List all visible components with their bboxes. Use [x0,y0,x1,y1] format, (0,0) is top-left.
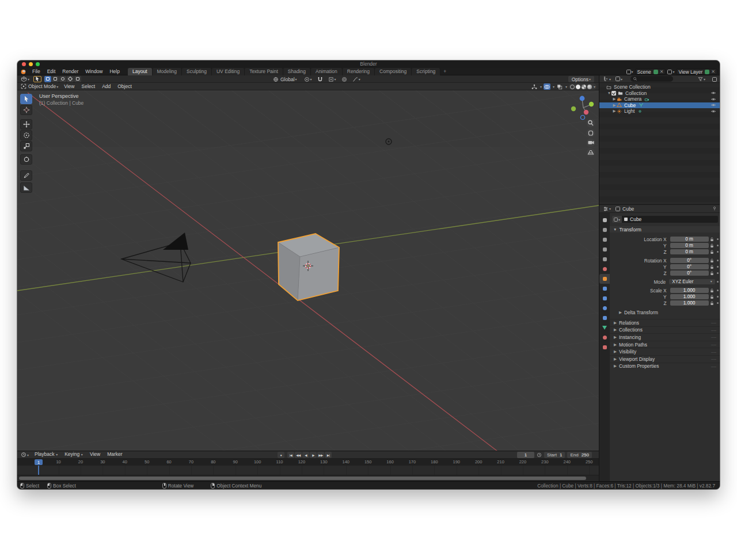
select-mode-box[interactable] [52,76,59,82]
shading-dropdown-icon[interactable]: ▾ [594,85,595,89]
gizmo-x-axis[interactable] [584,110,588,115]
annotate-tool[interactable] [20,170,32,181]
view-layer-selector[interactable]: View Layer ✕ [676,68,717,75]
object-browse-icon[interactable]: ▾ [612,216,622,223]
field-scale-x[interactable]: 1.000 [670,288,709,294]
scene-unlink-icon[interactable]: ✕ [660,69,664,74]
shading-solid-icon[interactable] [576,85,580,89]
new-collection-icon[interactable] [712,74,717,84]
record-icon[interactable]: ● [278,452,284,458]
tab-add-workspace[interactable]: + [440,68,449,75]
editor-type-timeline-icon[interactable]: ▾ [18,452,31,458]
light-object[interactable] [386,139,392,144]
show-overlays-icon[interactable] [544,83,550,90]
play-reverse-icon[interactable]: ◀ [302,452,309,458]
pin-icon[interactable] [712,206,717,211]
outliner-row-light[interactable]: ▶Light [599,108,720,115]
properties-tab-texture[interactable] [599,342,610,352]
lock-icon[interactable] [709,250,715,254]
proportional-editing-icon[interactable] [341,76,348,82]
blender-logo-icon[interactable] [20,68,26,75]
timeline-menu-keying[interactable]: Keying ▾ [61,451,86,459]
timeline-ruler[interactable]: 1 10203040506070809010011012013014015016… [17,459,599,466]
object-name-field[interactable]: Cube [622,216,718,223]
expander-icon[interactable]: ▶ [612,109,617,113]
field-y[interactable]: 0 m [670,243,709,249]
panel-collections[interactable]: ▶Collections–– [610,326,720,334]
viewport-menu-add[interactable]: Add [98,83,114,90]
gizmo-z-axis[interactable] [580,96,585,101]
snap-magnet-icon[interactable] [317,76,324,82]
visibility-eye-icon[interactable] [711,97,717,102]
timeline-menu-marker[interactable]: Marker [104,451,126,459]
visibility-eye-icon[interactable] [711,109,717,114]
properties-tab-object-data[interactable] [599,323,610,333]
tab-layout[interactable]: Layout [128,68,153,75]
transform-tool[interactable] [20,154,32,165]
frame-end-field[interactable]: End 250 [567,452,592,458]
scale-tool[interactable] [20,141,32,151]
next-keyframe-icon[interactable]: ▶▶ [317,452,324,458]
properties-tab-tool[interactable] [599,215,610,225]
viewport-canvas[interactable]: User Perspective (1) Collection | Cube [17,90,599,451]
lock-icon[interactable] [709,288,715,293]
playhead[interactable] [38,466,39,475]
current-frame-badge[interactable]: 1 [35,459,43,465]
properties-tab-object[interactable] [599,274,610,284]
filter-funnel-icon[interactable]: ▾ [696,76,708,82]
panel-relations[interactable]: ▶Relations–– [610,319,720,326]
panel-instancing[interactable]: ▶Instancing–– [610,333,720,341]
timeline-menu-view[interactable]: View [86,451,104,459]
timeline-scrollbar[interactable] [17,475,599,481]
lock-icon[interactable] [709,265,715,269]
editor-type-outliner-icon[interactable]: ▾ [601,76,613,82]
timeline-track[interactable] [17,466,599,475]
properties-tab-render[interactable] [599,225,610,235]
lock-icon[interactable] [709,237,715,242]
field-z[interactable]: 0 m [670,249,709,255]
tab-rendering[interactable]: Rendering [343,68,375,75]
tab-uv-editing[interactable]: UV Editing [212,68,245,75]
viewport-menu-object[interactable]: Object [114,83,135,90]
delta-transform-subpanel[interactable]: ▶ Delta Transform [610,309,720,315]
properties-tab-constraints[interactable] [599,313,610,323]
navigation-gizmo[interactable] [571,96,594,120]
rotate-tool[interactable] [20,130,32,140]
shading-wireframe-icon[interactable] [570,85,575,89]
options-dropdown[interactable]: Options ▾ [568,76,594,82]
mode-dropdown[interactable]: Object Mode ▾ [18,83,60,90]
zoom-icon[interactable] [587,119,595,128]
tab-shading[interactable]: Shading [283,68,311,75]
camera-view-icon[interactable] [587,139,595,147]
transform-orientation-dropdown[interactable]: Global ▾ [271,76,299,82]
select-box-tool[interactable] [20,94,32,104]
move-tool[interactable] [20,119,32,129]
field-z[interactable]: 0° [670,271,709,276]
show-gizmo-icon[interactable] [531,83,538,90]
panel-custom-properties[interactable]: ▶Custom Properties–– [610,363,720,370]
viewport-menu-view[interactable]: View [60,83,78,90]
properties-tab-modifiers[interactable] [599,284,610,294]
animate-decorator-dot[interactable] [715,289,720,291]
timeline-scrollbar-thumb[interactable] [19,477,586,480]
field-y[interactable]: 1.000 [670,294,709,300]
viewport-menu-select[interactable]: Select [78,83,99,90]
properties-tab-scene[interactable] [599,254,610,264]
properties-tab-output[interactable] [599,235,610,245]
panel-motion-paths[interactable]: ▶Motion Paths–– [610,341,720,348]
gizmo-y-axis[interactable] [589,102,594,106]
gizmo-z-neg-axis[interactable] [580,115,584,119]
properties-tab-physics[interactable] [599,303,610,313]
toggle-xray-icon[interactable] [556,83,563,90]
panel-viewport-display[interactable]: ▶Viewport Display–– [610,355,720,363]
animate-decorator-dot[interactable] [715,272,720,274]
lock-icon[interactable] [709,243,715,248]
scene-selector[interactable]: Scene ✕ [635,68,666,75]
outliner-row-camera[interactable]: ▶Camera [599,96,720,102]
menu-render[interactable]: Render [59,68,82,75]
field-z[interactable]: 1.000 [670,300,709,306]
gizmo-y-neg-axis[interactable] [571,106,576,111]
cursor-tool[interactable] [20,105,32,115]
snap-target-dropdown[interactable]: ▾ [326,76,339,82]
menu-help[interactable]: Help [106,68,123,75]
